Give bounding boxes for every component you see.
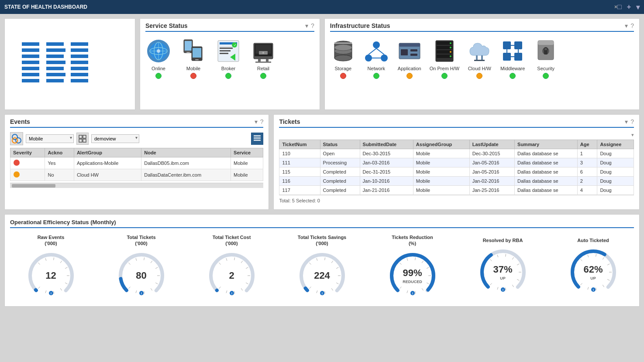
service-help-icon[interactable]: ? <box>311 22 314 29</box>
ticket-status: Completed <box>320 177 360 186</box>
svg-line-207 <box>505 288 506 290</box>
infra-item-middleware: Middleware <box>499 38 526 79</box>
events-col-service: Service <box>231 148 263 157</box>
events-scrollbar-thumb[interactable] <box>12 184 55 188</box>
app-title: STATE OF HEALTH DASHBOARD <box>4 4 612 10</box>
gauge-item: Raw Events('000) i 12 <box>25 234 77 302</box>
events-help-icon[interactable]: ? <box>260 118 264 125</box>
ticket-num: 111 <box>279 158 320 167</box>
svg-line-78 <box>376 48 384 55</box>
mobile-label: Mobile <box>186 66 200 71</box>
gauge-container: i 37% UP <box>477 246 529 298</box>
infra-status-header: Infrastructure Status ▾ ? <box>330 22 634 32</box>
ticket-status: Processing <box>320 158 360 167</box>
gauge-value: 80 <box>136 270 146 281</box>
svg-rect-114 <box>83 135 86 138</box>
svg-line-224 <box>580 283 582 285</box>
operational-panel: Operational Efficiency Status (Monthly) … <box>4 214 640 307</box>
svg-rect-50 <box>193 48 201 58</box>
svg-line-145 <box>155 283 158 284</box>
svg-rect-3 <box>22 61 39 64</box>
tickets-filter-dropdown[interactable]: ▾ <box>631 132 634 138</box>
svg-line-172 <box>331 261 333 263</box>
svg-rect-7 <box>46 42 64 46</box>
tickets-table: TicketNum Status SubmittedDate AssignedG… <box>279 140 634 195</box>
svg-text:i: i <box>412 292 413 295</box>
add-tab-icon[interactable]: + <box>627 3 631 11</box>
table-row[interactable]: No Cloud HW DallasDataCenter.ibm.com Mob… <box>10 169 263 181</box>
middle-row: Events ▾ ? Mobile Online <box>4 114 640 210</box>
table-row[interactable]: 110 Open Dec-30-2015 Mobile Dec-30-2015 … <box>279 149 634 158</box>
ticket-age: 3 <box>577 158 597 167</box>
gauge-value: 224 <box>314 270 330 281</box>
ticket-submitted: Dec-31-2015 <box>360 167 413 177</box>
service-cell: Mobile <box>231 169 263 181</box>
table-row[interactable]: 117 Completed Jan-21-2016 Mobile Jan-25-… <box>279 186 634 195</box>
events-dropdown-icon[interactable]: ▾ <box>255 118 258 125</box>
gauge-title: Auto Ticketed <box>577 237 609 243</box>
infra-help-icon[interactable]: ? <box>630 22 634 29</box>
svg-line-155 <box>226 258 227 261</box>
alertgroup-cell: Applications-Mobile <box>74 157 141 169</box>
menu-icon[interactable]: ▾ <box>636 3 640 11</box>
svg-point-70 <box>334 55 352 61</box>
events-scrollbar[interactable] <box>10 183 263 188</box>
svg-line-194 <box>399 287 401 288</box>
table-row[interactable]: Yes Applications-Mobile DallasDB05.ibm.c… <box>10 157 263 169</box>
svg-rect-84 <box>410 54 417 56</box>
svg-point-72 <box>334 44 352 51</box>
infra-dropdown-icon[interactable]: ▾ <box>625 22 628 29</box>
ticket-summary: Dallas database se <box>515 167 578 177</box>
node-cell: DallasDB05.ibm.com <box>141 157 231 169</box>
tickets-filter-area: ▾ <box>279 132 634 138</box>
gauge-sub: UP <box>493 276 512 280</box>
svg-line-125 <box>45 258 46 261</box>
table-row[interactable]: 116 Completed Jan-10-2016 Mobile Jan-02-… <box>279 177 634 186</box>
tab-close-button[interactable]: × <box>614 4 617 10</box>
tickets-header-icons: ▾ ? <box>625 118 634 125</box>
events-view-wrapper[interactable]: demoview default <box>91 134 139 143</box>
svg-line-178 <box>317 290 317 293</box>
events-filter-icon[interactable] <box>10 132 23 145</box>
ticket-update: Dec-30-2015 <box>469 149 514 158</box>
events-header-icons: ▾ ? <box>255 118 264 125</box>
svg-text:i: i <box>51 292 52 295</box>
events-filter-select[interactable]: Mobile Online All <box>26 134 74 143</box>
service-dropdown-icon[interactable]: ▾ <box>305 22 308 29</box>
middleware-label: Middleware <box>500 66 525 71</box>
tickets-col-group: AssignedGroup <box>413 140 469 149</box>
service-item-mobile: Mobile <box>180 38 207 79</box>
tickets-title: Tickets <box>279 118 300 125</box>
ackno-cell: Yes <box>45 157 74 169</box>
table-row[interactable]: 115 Completed Dec-31-2015 Mobile Jan-05-… <box>279 167 634 177</box>
new-tab-icon[interactable]: □ <box>617 3 622 11</box>
events-view-select[interactable]: demoview default <box>91 134 139 143</box>
infra-status-title: Infrastructure Status <box>330 22 390 29</box>
svg-line-171 <box>324 257 325 260</box>
tickets-help-icon[interactable]: ? <box>630 118 634 125</box>
events-grid-icon[interactable] <box>76 133 89 145</box>
gauge-value: 62% UP <box>583 264 603 280</box>
cloud-label: Cloud H/W <box>468 66 491 71</box>
table-row[interactable]: 111 Processing Jan-03-2016 Mobile Jan-05… <box>279 158 634 167</box>
ticket-status: Completed <box>320 186 360 195</box>
svg-line-130 <box>65 283 67 284</box>
gauge-title: Raw Events('000) <box>38 234 65 247</box>
svg-point-92 <box>450 51 451 53</box>
svg-line-221 <box>603 285 604 287</box>
events-config-icon[interactable] <box>251 133 263 145</box>
svg-rect-100 <box>514 53 522 61</box>
ticket-summary: Dallas database se <box>515 158 578 167</box>
svg-rect-64 <box>266 59 269 61</box>
tickets-dropdown-icon[interactable]: ▾ <box>625 118 628 125</box>
broker-label: Broker <box>221 66 235 71</box>
events-filter-wrapper[interactable]: Mobile Online All <box>26 134 74 143</box>
svg-rect-95 <box>481 55 483 60</box>
severity-cell <box>10 157 45 169</box>
svg-rect-20 <box>71 79 88 82</box>
svg-line-148 <box>136 290 137 293</box>
svg-rect-1 <box>22 48 39 52</box>
onprem-label: On Prem H/W <box>430 66 459 71</box>
gauge-title: Total Tickets Savings('000) <box>298 234 346 247</box>
svg-line-161 <box>241 288 243 290</box>
